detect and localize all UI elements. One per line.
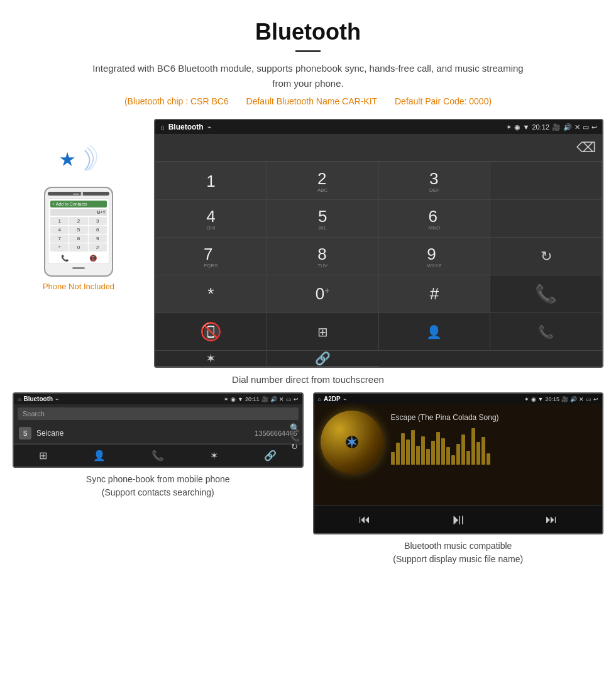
pb-status-bar: ⌂ Bluetooth ⌁ ✶ ◉ ▼ 20:11 🎥 🔊 ✕ ▭ ↩ bbox=[14, 394, 302, 404]
music-album-art: ✶ bbox=[321, 411, 383, 473]
pb-phone-btn[interactable]: 📞 bbox=[151, 450, 164, 462]
vis-bar-13 bbox=[451, 455, 455, 465]
window-icon: ▭ bbox=[583, 123, 589, 131]
pb-contact-name: Seicane bbox=[36, 429, 255, 438]
pb-close-icon: ✕ bbox=[279, 396, 284, 402]
pb-link-btn[interactable]: 🔗 bbox=[264, 450, 277, 462]
pb-call-side-icon[interactable]: 📞 bbox=[290, 433, 300, 442]
link-button[interactable]: 🔗 bbox=[267, 351, 379, 367]
dialpad-grid: 1 2ABC 3DEF 4GHI 5JKL 6MNO bbox=[155, 162, 602, 367]
screen-container: ⌂ Bluetooth ⌁ ✶ ◉ ▼ 20:12 🎥 🔊 ✕ ▭ ↩ bbox=[154, 119, 603, 368]
key-9[interactable]: 9WXYZ bbox=[379, 238, 491, 275]
vis-bar-7 bbox=[421, 436, 425, 465]
pb-loc-icon: ◉ bbox=[231, 396, 236, 402]
pb-bt-icon: ✶ bbox=[224, 396, 229, 402]
spec-chip: (Bluetooth chip : CSR BC6 bbox=[124, 96, 229, 106]
vis-bar-19 bbox=[481, 437, 485, 465]
vis-bar-20 bbox=[487, 453, 490, 465]
music-controls: ⏮ ⏯ ⏭ bbox=[314, 505, 603, 533]
next-button[interactable]: ⏭ bbox=[546, 513, 557, 526]
play-pause-button[interactable]: ⏯ bbox=[451, 511, 466, 528]
end-call-button[interactable]: 📵 bbox=[155, 313, 267, 351]
vis-bar-3 bbox=[401, 433, 405, 465]
music-caption: Bluetooth music compatible (Support disp… bbox=[313, 539, 604, 566]
home-icon: ⌂ bbox=[160, 123, 165, 131]
vis-bar-14 bbox=[456, 444, 460, 465]
music-vol-icon: 🔊 bbox=[570, 396, 577, 402]
pb-search-bar[interactable]: Search bbox=[18, 407, 299, 420]
pb-contacts-btn[interactable]: 👤 bbox=[93, 450, 106, 462]
pb-contact-area: S Seicane 13566664466 🔍 📞 ↻ bbox=[14, 423, 302, 444]
music-content: ✶ Escape (The Pina Colada Song) bbox=[314, 404, 603, 505]
spec-name: Default Bluetooth Name CAR-KIT bbox=[246, 96, 378, 106]
vis-bar-10 bbox=[436, 432, 440, 465]
pb-usb-icon: ⌁ bbox=[55, 396, 58, 402]
pb-contact-letter: S bbox=[19, 427, 31, 440]
music-cam-icon: 🎥 bbox=[561, 396, 568, 402]
pb-search-placeholder: Search bbox=[23, 410, 45, 418]
vis-bar-1 bbox=[391, 452, 395, 465]
wifi-icon: ▼ bbox=[523, 123, 530, 131]
pb-wifi-icon: ▼ bbox=[238, 396, 243, 402]
music-status-right: ✶ ◉ ▼ 20:15 🎥 🔊 ✕ ▭ ↩ bbox=[524, 396, 598, 402]
call-button[interactable]: 📞 bbox=[490, 275, 602, 313]
pb-contact-row[interactable]: S Seicane 13566664466 bbox=[14, 423, 302, 444]
backspace-button[interactable]: ⌫ bbox=[576, 140, 596, 156]
pb-grid-btn[interactable]: ⊞ bbox=[39, 450, 47, 462]
pb-time: 20:11 bbox=[245, 396, 260, 402]
key-hash[interactable]: # bbox=[379, 275, 491, 313]
key-8[interactable]: 8TUV bbox=[267, 238, 379, 275]
key-4[interactable]: 4GHI bbox=[155, 200, 267, 238]
contacts-button[interactable]: 👤 bbox=[379, 313, 491, 351]
back-icon: ↩ bbox=[591, 123, 597, 131]
pb-sync-icon[interactable]: ↻ bbox=[291, 442, 298, 451]
key-2[interactable]: 2ABC bbox=[267, 162, 379, 200]
vis-bar-16 bbox=[466, 451, 470, 465]
bt-icon: ★ bbox=[60, 150, 74, 170]
phone-not-included-label: Phone Not Included bbox=[43, 282, 114, 291]
key-1[interactable]: 1 bbox=[155, 162, 267, 200]
phone-dialpad: 123 456 789 *0# bbox=[50, 217, 107, 252]
vis-bar-6 bbox=[416, 446, 420, 465]
phonebook-section: ⌂ Bluetooth ⌁ ✶ ◉ ▼ 20:11 🎥 🔊 ✕ ▭ ↩ bbox=[13, 392, 304, 566]
pb-cam-icon: 🎥 bbox=[261, 396, 268, 402]
dialpad-display: ⌫ bbox=[155, 134, 602, 162]
pb-status-right: ✶ ◉ ▼ 20:11 🎥 🔊 ✕ ▭ ↩ bbox=[224, 396, 298, 402]
spec-code: Default Pair Code: 0000) bbox=[395, 96, 492, 106]
music-home-icon: ⌂ bbox=[318, 396, 321, 402]
music-time: 20:15 bbox=[545, 396, 559, 402]
music-info: Escape (The Pina Colada Song) bbox=[391, 411, 597, 499]
music-back-icon: ↩ bbox=[593, 396, 598, 402]
vis-bar-15 bbox=[461, 434, 465, 465]
music-close-icon: ✕ bbox=[579, 396, 584, 402]
pb-vol-icon: 🔊 bbox=[270, 396, 277, 402]
phone-button[interactable]: 📞 bbox=[490, 313, 602, 351]
key-0[interactable]: 0+ bbox=[267, 275, 379, 313]
main-section: ★ ●●● ▐▌ + Add to Contacts M+Y 123 456 7… bbox=[0, 119, 616, 368]
key-3[interactable]: 3DEF bbox=[379, 162, 491, 200]
header-specs: (Bluetooth chip : CSR BC6 Default Blueto… bbox=[13, 96, 603, 106]
camera-icon: 🎥 bbox=[552, 123, 561, 131]
key-star[interactable]: * bbox=[155, 275, 267, 313]
pb-search-icon[interactable]: 🔍 bbox=[290, 423, 300, 433]
empty-cell-2 bbox=[490, 200, 602, 238]
key-6[interactable]: 6MNO bbox=[379, 200, 491, 238]
music-bt-icon: ✶ bbox=[524, 396, 529, 402]
pb-bottom-bar: ⊞ 👤 📞 ✶ 🔗 bbox=[14, 444, 302, 467]
pb-title: Bluetooth bbox=[23, 396, 53, 402]
prev-button[interactable]: ⏮ bbox=[359, 513, 370, 526]
music-usb-icon: ⌁ bbox=[343, 396, 346, 402]
pb-bt-btn[interactable]: ✶ bbox=[210, 450, 218, 462]
vis-bar-2 bbox=[396, 443, 400, 465]
sync-cell[interactable]: ↻ bbox=[490, 238, 602, 275]
pb-caption-line2: (Support contacts searching) bbox=[102, 487, 214, 497]
phone-bottom-icons: 📞 📵 bbox=[50, 255, 107, 262]
page-header: Bluetooth Integrated with BC6 Bluetooth … bbox=[0, 0, 616, 119]
bluetooth-button[interactable]: ✶ bbox=[155, 351, 267, 367]
time-display: 20:12 bbox=[532, 123, 549, 131]
header-description: Integrated with BC6 Bluetooth module, su… bbox=[88, 61, 528, 91]
grid-button[interactable]: ⊞ bbox=[267, 313, 379, 351]
key-5[interactable]: 5JKL bbox=[267, 200, 379, 238]
title-divider bbox=[295, 50, 321, 52]
key-7[interactable]: 7PQRS bbox=[155, 238, 267, 275]
